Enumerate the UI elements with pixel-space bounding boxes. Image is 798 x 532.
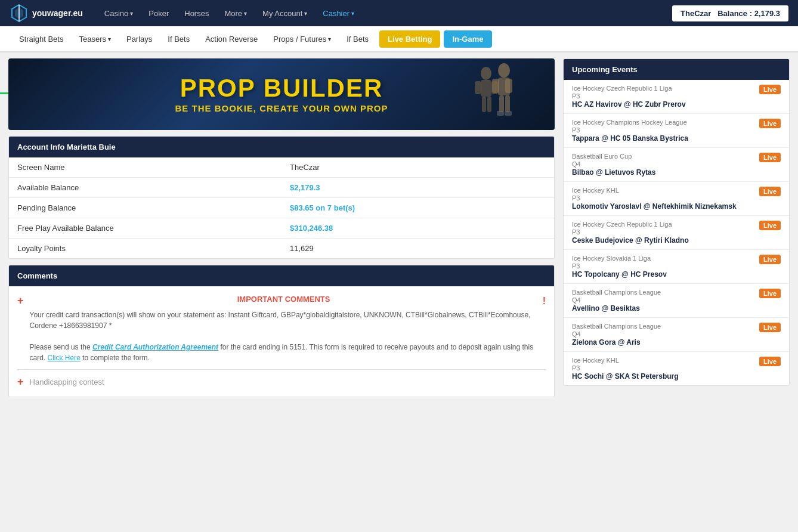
account-row-label: Pending Balance: [9, 198, 282, 218]
right-column: Upcoming Events Ice Hockey Czech Republi…: [563, 58, 790, 397]
event-item[interactable]: Ice Hockey Czech Republic 1 LigaP3HC AZ …: [564, 80, 789, 114]
live-badge[interactable]: Live: [759, 187, 781, 196]
logo[interactable]: youwager.eu: [10, 4, 83, 23]
svg-rect-7: [499, 95, 504, 112]
svg-rect-14: [491, 81, 498, 94]
subnav-action-reverse[interactable]: Action Reverse: [198, 30, 265, 48]
nav-poker[interactable]: Poker: [141, 5, 176, 21]
user-balance-area: TheCzar Balance : 2,179.3: [672, 5, 788, 21]
live-badge[interactable]: Live: [759, 323, 781, 332]
click-here-link[interactable]: Click Here: [48, 354, 81, 362]
event-item[interactable]: Ice Hockey KHLP3Lokomotiv Yaroslavl @ Ne…: [564, 182, 789, 216]
subnav-if-bets[interactable]: If Bets: [160, 30, 197, 48]
account-row-label: Free Play Available Balance: [9, 218, 282, 239]
event-period: P3: [572, 126, 754, 134]
subnav-parlays[interactable]: Parlays: [119, 30, 159, 48]
account-table-row: Available Balance$2,179.3: [9, 178, 554, 198]
event-teams: Zielona Gora @ Aris: [572, 338, 754, 347]
account-info-box: Account Info Marietta Buie Screen NameTh…: [8, 136, 555, 259]
event-info: Ice Hockey Czech Republic 1 LigaP3Ceske …: [572, 221, 754, 245]
account-row-value: $310,246.38: [282, 218, 554, 239]
nav-more[interactable]: More ▾: [217, 5, 254, 21]
logo-text: youwager.eu: [32, 8, 83, 18]
subnav-props-futures[interactable]: Props / Futures ▾: [266, 30, 338, 48]
live-badge[interactable]: Live: [759, 153, 781, 162]
event-item[interactable]: Ice Hockey Slovakia 1 LigaP3HC Topolcany…: [564, 250, 789, 284]
credit-card-agreement-link[interactable]: Credit Card Authorization Agreement: [92, 343, 218, 351]
live-badge[interactable]: Live: [759, 255, 781, 264]
nav-casino[interactable]: Casino ▾: [97, 5, 140, 21]
event-item[interactable]: Basketball Euro CupQ4Bilbao @ Lietuvos R…: [564, 148, 789, 182]
event-info: Basketball Champions LeagueQ4Zielona Gor…: [572, 323, 754, 347]
event-item[interactable]: Ice Hockey KHLP3HC Sochi @ SKA St Peters…: [564, 352, 789, 385]
event-league: Ice Hockey Champions Hockey League: [572, 119, 754, 126]
comment-expand-icon[interactable]: +: [17, 295, 24, 307]
live-betting-button[interactable]: Live Betting: [379, 30, 440, 48]
svg-rect-8: [505, 95, 510, 112]
event-info: Ice Hockey Slovakia 1 LigaP3HC Topolcany…: [572, 255, 754, 279]
event-period: Q4: [572, 330, 754, 338]
account-row-label: Available Balance: [9, 178, 282, 198]
account-info-header: Account Info Marietta Buie: [9, 137, 554, 157]
prop-builder-banner[interactable]: PROP BUILDER BE THE BOOKIE, CREATE YOUR …: [8, 58, 555, 130]
nav-my-account[interactable]: My Account ▾: [255, 5, 314, 21]
nav-horses[interactable]: Horses: [177, 5, 216, 21]
my-account-arrow-icon: ▾: [304, 10, 307, 17]
live-badge[interactable]: Live: [759, 119, 781, 128]
event-item[interactable]: Ice Hockey Champions Hockey LeagueP3Tapp…: [564, 114, 789, 148]
handicapping-label: Handicapping contest: [30, 378, 104, 386]
event-info: Ice Hockey KHLP3Lokomotiv Yaroslavl @ Ne…: [572, 187, 754, 211]
upcoming-events-list: Ice Hockey Czech Republic 1 LigaP3HC AZ …: [564, 80, 789, 385]
props-arrow-icon: ▾: [328, 36, 331, 42]
banner-subtitle: BE THE BOOKIE, CREATE YOUR OWN PROP: [175, 103, 388, 113]
account-row-label: Loyalty Points: [9, 239, 282, 259]
event-period: P3: [572, 194, 754, 202]
left-column: PROP BUILDER BE THE BOOKIE, CREATE YOUR …: [8, 58, 555, 397]
upcoming-events-header: Upcoming Events: [564, 59, 789, 80]
event-teams: Bilbao @ Lietuvos Rytas: [572, 168, 754, 177]
event-item[interactable]: Basketball Champions LeagueQ4Zielona Gor…: [564, 318, 789, 352]
svg-rect-12: [481, 80, 491, 97]
balance-label: Balance :: [717, 9, 752, 18]
event-period: P3: [572, 364, 754, 372]
event-teams: Ceske Budejovice @ Rytiri Kladno: [572, 236, 754, 245]
svg-rect-15: [482, 97, 486, 112]
live-badge[interactable]: Live: [759, 357, 781, 366]
subnav-straight-bets[interactable]: Straight Bets: [12, 30, 70, 48]
handicapping-contest-item: + Handicapping contest: [17, 376, 546, 388]
subnav-if-bets-2[interactable]: If Bets: [339, 30, 376, 48]
event-teams: Tappara @ HC 05 Banska Bystrica: [572, 134, 754, 143]
event-item[interactable]: Basketball Champions LeagueQ4Avellino @ …: [564, 284, 789, 318]
subnav-teasers[interactable]: Teasers ▾: [72, 30, 118, 48]
live-badge[interactable]: Live: [759, 289, 781, 298]
event-period: P3: [572, 92, 754, 100]
event-league: Basketball Champions League: [572, 289, 754, 296]
event-period: P3: [572, 262, 754, 270]
event-teams: HC Sochi @ SKA St Petersburg: [572, 372, 754, 381]
page-body: Click the banner PROP BUILDER BE THE BOO…: [0, 52, 798, 403]
live-badge[interactable]: Live: [759, 221, 781, 230]
handicapping-expand-icon[interactable]: +: [17, 376, 24, 388]
event-info: Ice Hockey KHLP3HC Sochi @ SKA St Peters…: [572, 357, 754, 381]
event-period: Q4: [572, 296, 754, 304]
nav-cashier[interactable]: Cashier ▾: [316, 5, 361, 21]
event-teams: HC AZ Havirov @ HC Zubr Prerov: [572, 100, 754, 109]
comments-body: + IMPORTANT COMMENTS ! Your credit card …: [9, 286, 554, 397]
main-columns: PROP BUILDER BE THE BOOKIE, CREATE YOUR …: [0, 52, 798, 403]
event-league: Basketball Champions League: [572, 323, 754, 330]
event-teams: HC Topolcany @ HC Presov: [572, 270, 754, 279]
account-table-row: Loyalty Points11,629: [9, 239, 554, 259]
account-row-value: $2,179.3: [282, 178, 554, 198]
account-table-row: Pending Balance$83.65 on 7 bet(s): [9, 198, 554, 218]
banner-title: PROP BUILDER: [175, 76, 388, 101]
event-league: Basketball Euro Cup: [572, 153, 754, 160]
ingame-button[interactable]: In-Game: [444, 30, 491, 48]
main-nav: Casino ▾ Poker Horses More ▾ My Account …: [97, 5, 672, 21]
event-period: Q4: [572, 160, 754, 168]
event-period: P3: [572, 228, 754, 236]
banner-text: PROP BUILDER BE THE BOOKIE, CREATE YOUR …: [175, 76, 388, 113]
live-badge[interactable]: Live: [759, 85, 781, 94]
event-item[interactable]: Ice Hockey Czech Republic 1 LigaP3Ceske …: [564, 216, 789, 250]
username: TheCzar: [681, 9, 711, 18]
casino-arrow-icon: ▾: [130, 10, 133, 17]
